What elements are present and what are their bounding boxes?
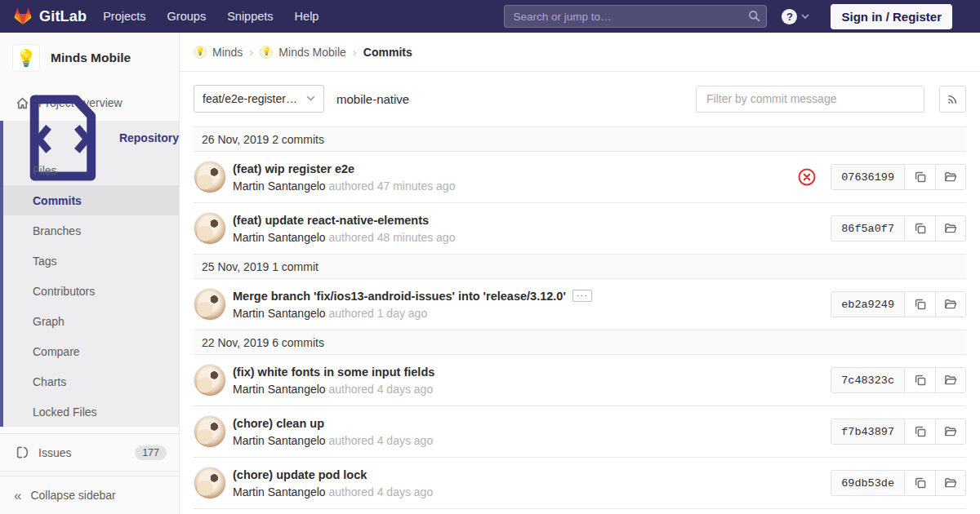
copy-sha-button[interactable] (905, 419, 935, 444)
document-icon (16, 91, 110, 185)
commit-title-link[interactable]: (chore) clean up (233, 417, 324, 430)
commit-author-link[interactable]: Martin Santangelo (233, 307, 326, 320)
help-menu[interactable]: ? (782, 9, 809, 24)
commit-title-link[interactable]: Merge branch 'fix/ios13-android-issues' … (233, 290, 566, 303)
project-path-label: mobile-native (336, 92, 409, 106)
browse-files-button[interactable] (935, 419, 965, 444)
copy-sha-button[interactable] (905, 368, 935, 392)
commit-title-link[interactable]: (feat) wip register e2e (233, 162, 354, 175)
project-avatar: 💡 (12, 44, 40, 72)
collapse-sidebar-button[interactable]: « Collapse sidebar (0, 476, 179, 514)
sidebar-item-charts[interactable]: Charts (3, 366, 179, 397)
copy-icon (914, 374, 927, 387)
commit-filter-input[interactable] (696, 86, 924, 113)
commit-sha-group: f7b43897 (831, 419, 966, 445)
sidebar-item-tags[interactable]: Tags (3, 246, 179, 276)
browse-files-button[interactable] (935, 471, 965, 495)
commit-row: (feat) wip register e2e Martin Santangel… (194, 152, 966, 203)
commit-authored-time: authored 4 days ago (329, 383, 434, 396)
commit-sha[interactable]: 7c48323c (831, 368, 905, 392)
copy-sha-button[interactable] (905, 292, 935, 317)
sidebar-item-repository[interactable]: Repository (3, 121, 179, 155)
top-navbar: GitLab Projects Groups Snippets Help ? S… (0, 0, 980, 33)
commit-author-link[interactable]: Martin Santangelo (233, 383, 326, 396)
issues-icon (16, 445, 29, 459)
commit-sha[interactable]: 07636199 (831, 165, 905, 189)
breadcrumb-separator: › (249, 45, 253, 59)
sign-in-register-button[interactable]: Sign in / Register (831, 4, 952, 29)
commit-list: 26 Nov, 2019 2 commits (feat) wip regist… (194, 126, 966, 509)
copy-sha-button[interactable] (905, 165, 935, 189)
commit-title-link[interactable]: (feat) update react-native-elements (233, 214, 429, 227)
commit-sha[interactable]: 69db53de (831, 471, 905, 495)
nav-projects[interactable]: Projects (103, 10, 145, 23)
rss-icon (947, 93, 959, 105)
commits-feed-button[interactable] (939, 86, 966, 113)
branch-selector-value: feat/e2e-register… (203, 92, 300, 105)
folder-icon (944, 298, 957, 311)
sidebar-item-locked-files[interactable]: Locked Files (3, 397, 179, 427)
search-icon (748, 10, 760, 22)
gitlab-logo[interactable]: GitLab (13, 7, 87, 26)
commit-author-link[interactable]: Martin Santangelo (233, 485, 326, 498)
sidebar-item-commits[interactable]: Commits (3, 185, 179, 215)
issues-count-badge: 177 (135, 445, 167, 460)
project-sidebar: 💡 Minds Mobile Project overview Reposito… (0, 33, 180, 514)
sidebar-item-graph[interactable]: Graph (3, 306, 179, 336)
sidebar-item-compare[interactable]: Compare (3, 336, 179, 366)
search-input[interactable] (504, 5, 767, 28)
sidebar-item-branches[interactable]: Branches (3, 215, 179, 246)
copy-icon (914, 298, 927, 311)
copy-icon (914, 171, 927, 184)
folder-icon (944, 374, 957, 387)
commit-author-link[interactable]: Martin Santangelo (233, 231, 326, 244)
commit-author-link[interactable]: Martin Santangelo (233, 179, 326, 193)
pipeline-failed-icon[interactable] (798, 168, 816, 186)
commit-authored-time: authored 4 days ago (329, 485, 434, 498)
commit-sha-group: 69db53de (831, 470, 966, 496)
browse-files-button[interactable] (935, 292, 965, 317)
commit-title-link[interactable]: (fix) white fonts in some input fields (233, 366, 434, 379)
commit-author-link[interactable]: Martin Santangelo (233, 434, 326, 447)
commit-title-link[interactable]: (chore) update pod lock (233, 468, 367, 481)
browse-files-button[interactable] (935, 165, 965, 189)
branch-selector-dropdown[interactable]: feat/e2e-register… (194, 85, 324, 113)
breadcrumb-item-minds-mobile[interactable]: 💡 Minds Mobile (260, 46, 345, 59)
sidebar-item-contributors[interactable]: Contributors (3, 276, 179, 306)
commit-sha[interactable]: eb2a9249 (831, 292, 905, 317)
nav-help[interactable]: Help (295, 10, 319, 23)
commit-authored-time: authored 47 minutes ago (329, 179, 456, 193)
chevron-down-icon (306, 95, 315, 102)
browse-files-button[interactable] (935, 368, 965, 392)
commit-sha[interactable]: f7b43897 (831, 419, 905, 444)
commit-description-expander[interactable]: ··· (572, 290, 592, 302)
copy-icon (914, 222, 927, 235)
user-avatar[interactable] (194, 415, 226, 448)
user-avatar[interactable] (194, 364, 226, 397)
user-avatar[interactable] (194, 288, 226, 321)
commit-date-header: 25 Nov, 2019 1 commit (194, 255, 966, 279)
copy-sha-button[interactable] (905, 216, 935, 241)
project-header[interactable]: 💡 Minds Mobile (0, 33, 179, 85)
user-avatar[interactable] (194, 467, 226, 499)
nav-snippets[interactable]: Snippets (227, 10, 273, 23)
breadcrumb-separator: › (353, 45, 357, 59)
main-nav: Projects Groups Snippets Help (103, 10, 318, 23)
copy-icon (914, 476, 927, 490)
gitlab-fox-icon (13, 7, 33, 26)
breadcrumb-item-minds[interactable]: 💡 Minds (194, 46, 243, 59)
breadcrumb-bar: 💡 Minds › 💡 Minds Mobile › Commits (180, 33, 980, 72)
folder-icon (944, 425, 957, 438)
commit-authored-time: authored 4 days ago (329, 434, 434, 447)
commit-sha[interactable]: 86f5a0f7 (831, 216, 905, 241)
sidebar-item-issues[interactable]: Issues 177 (0, 433, 179, 472)
copy-sha-button[interactable] (905, 471, 935, 495)
nav-groups[interactable]: Groups (167, 10, 207, 23)
breadcrumb-current: Commits (363, 46, 412, 59)
user-avatar[interactable] (194, 161, 226, 193)
browse-files-button[interactable] (935, 216, 965, 241)
breadcrumb: 💡 Minds › 💡 Minds Mobile › Commits (194, 45, 412, 59)
commit-row: Merge branch 'fix/ios13-android-issues' … (194, 279, 966, 330)
brand-name: GitLab (39, 8, 87, 25)
user-avatar[interactable] (194, 212, 226, 245)
